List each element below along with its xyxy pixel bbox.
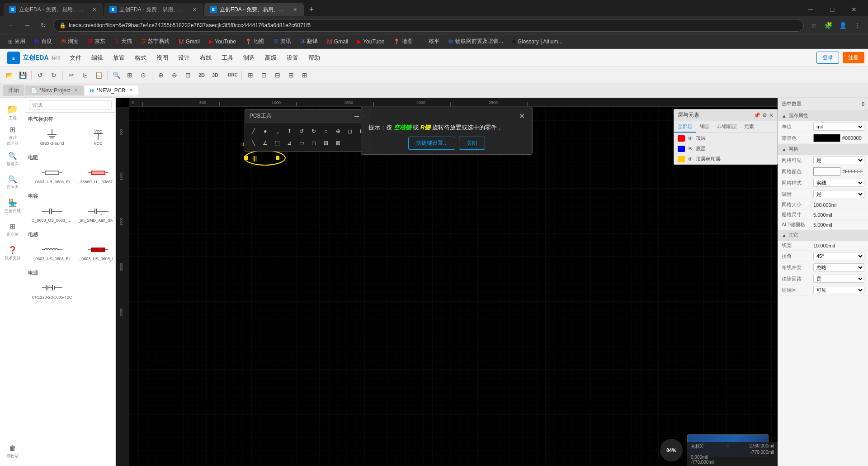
settings-icon[interactable]: ⚙ [762,112,767,119]
bookmark-news[interactable]: 资 资讯 [270,37,295,46]
comp-vcc[interactable]: VCC VCC [76,126,113,147]
bookmark-altium[interactable]: A Glossary | Altium... [509,38,566,46]
bookmark-baidu[interactable]: 百 百度 [31,37,56,46]
save-file-btn[interactable]: 💾 [16,69,29,81]
browser-tab-3[interactable]: E 立创EDA - 免费、易用、强大的... ✕ [204,3,304,16]
tab3-close[interactable]: ✕ [291,6,298,13]
layer-bottom[interactable]: 👁 底层 [674,143,777,154]
move-circuit-select[interactable]: 是 否 [813,275,864,283]
menu-file[interactable]: 文件 [65,52,86,64]
extensions-icon[interactable]: 🧩 [822,19,835,32]
layer-close-icon[interactable]: ✕ [769,112,774,119]
bookmark-heping[interactable]: 核 核平 [418,37,443,46]
layer-top[interactable]: 👁 顶层 [674,133,777,143]
pin-icon[interactable]: 📌 [754,112,760,119]
back-button[interactable]: ← [5,19,17,32]
profile-icon[interactable]: 👤 [836,19,849,32]
layer-tab-all[interactable]: 全部层 [674,121,696,133]
zoom-out-btn[interactable]: ⊖ [168,69,181,81]
sidebar-item-basic-lib[interactable]: 🔍 基础库 [2,148,24,170]
pcb-tool-triangle[interactable]: ⊿ [284,138,295,148]
menu-settings[interactable]: 设置 [282,52,303,64]
editor-tab-start[interactable]: 开始 [3,85,24,96]
sidebar-item-component-lib[interactable]: 🔍 元件库 [2,172,24,194]
tab1-close[interactable]: ✕ [90,6,98,13]
bookmark-gmail1[interactable]: M Gmail [175,37,203,46]
pcb-tool-dotted[interactable]: ⬚ [272,138,283,148]
pcb-tool-cross[interactable]: ⊕ [333,126,344,137]
unit-select[interactable]: mil mm [813,123,864,131]
filter-btn[interactable]: ⊞ [123,69,136,81]
minimize-button[interactable]: ─ [800,3,821,16]
menu-manufacture[interactable]: 制造 [239,52,259,64]
bookmark-star[interactable]: ☆ [807,19,820,32]
pcb-tool-ellipse[interactable]: ○ [321,126,331,137]
menu-route[interactable]: 布线 [195,52,216,64]
login-button[interactable]: 登录 [816,52,839,64]
bookmark-taobao[interactable]: 淘 淘宝 [57,37,82,46]
bg-color-box[interactable] [813,134,840,142]
bookmark-map1[interactable]: 📍 地图 [241,37,268,46]
layer-top-silk-eye[interactable]: 👁 [688,156,693,162]
tab2-close[interactable]: ✕ [191,6,198,13]
export3-btn[interactable]: ⊟ [271,69,284,81]
menu-design[interactable]: 设计 [174,52,194,64]
menu-place[interactable]: 放置 [108,52,129,64]
copper-area-select[interactable]: 可见 隐藏 [813,286,864,294]
select-btn[interactable]: ⊙ [137,69,150,81]
layer-tab-copper[interactable]: 铜层 [696,121,713,133]
export2-btn[interactable]: ⊡ [258,69,270,81]
menu-edit[interactable]: 编辑 [87,52,108,64]
pcb-tool-image[interactable]: ◻ [344,126,355,137]
undo-btn[interactable]: ↺ [34,69,47,81]
tab-project-close[interactable]: ✕ [74,87,78,93]
copy-btn[interactable]: ⎘ [79,69,91,81]
sidebar-item-project[interactable]: 📁 工程 [2,101,24,123]
layers-btn[interactable]: ⊞ [298,69,311,81]
comp-l0603-us[interactable]: _0603_US_0603_EL [30,241,74,263]
comp-c-smd[interactable]: + _an_SMD_Aan_SMD_A [76,203,113,224]
tools-minimize-btn[interactable]: ─ [354,113,359,120]
corner-select[interactable]: 45° 90° [813,252,864,260]
route-conflict-select[interactable]: 忽略 警告 [813,263,864,271]
comp-l-red[interactable]: _0603_US_0603_EL [76,241,113,263]
layer-top-silk[interactable]: 👁 顶层丝印层 [674,154,777,164]
bookmark-suning[interactable]: 苏 苏宁易购 [137,37,173,46]
pcb-tool-square[interactable]: ◻ [308,138,319,148]
pcb-tool-hook[interactable]: ⌟ [272,126,283,137]
sidebar-item-jlc[interactable]: ⊞ 嘉立创 [2,219,24,241]
bookmark-gmail2[interactable]: M Gmail [323,37,352,46]
browser-tab-2[interactable]: E 立创EDA - 免费、易用、强大的... ✕ [104,3,203,16]
menu-help[interactable]: 帮助 [304,52,325,64]
sidebar-item-design[interactable]: ⊞ 设计管理器 [2,125,24,147]
bookmark-apps[interactable]: ⊞ 应用 [5,37,29,46]
comp-cr1220[interactable]: CR1220-2DC005-T2C [30,280,74,301]
bookmark-map2[interactable]: 📍 地图 [390,37,416,46]
cut-btn[interactable]: ✂ [65,69,78,81]
refresh-button[interactable]: ↻ [37,19,50,32]
maximize-button[interactable]: □ [822,3,843,16]
zoom-in-btn[interactable]: ⊕ [155,69,167,81]
bookmark-tianmao[interactable]: 天 天猫 [111,37,136,46]
shortcut-settings-btn[interactable]: 快捷键设置... [408,137,455,150]
bookmark-youtube1[interactable]: ▶ YouTube [205,38,240,46]
paste-btn[interactable]: 📋 [92,69,105,81]
pcb-tool-circle[interactable]: ● [260,126,271,137]
grid-color-box[interactable] [813,167,840,176]
popup-close-btn[interactable]: ✕ [519,112,525,120]
export1-btn[interactable]: ⊞ [244,69,257,81]
open-file-btn[interactable]: 📂 [3,69,15,81]
popup-close-button[interactable]: 关闭 [459,137,485,150]
layer-top-eye[interactable]: 👁 [688,135,693,142]
search-btn[interactable]: 🔍 [110,69,123,81]
comp-r0603-us[interactable]: _0603_UR_0603_EL [30,164,74,186]
sidebar-item-trash[interactable]: 🗑 回收站 [2,441,24,462]
snap-select[interactable]: 是 否 [813,190,864,198]
pcb-tool-shape[interactable]: ⊠ [333,138,344,148]
view-3d-btn[interactable]: 3D [209,69,222,81]
new-tab-button[interactable]: + [305,3,318,16]
browser-tab-1[interactable]: E 立创EDA - 免费、易用、强大的... ✕ [4,3,103,16]
layer-tab-elements[interactable]: 元素 [741,121,758,133]
pcb-tool-angle[interactable]: ∠ [260,138,271,148]
pcb-tool-arc1[interactable]: ↺ [296,126,307,137]
